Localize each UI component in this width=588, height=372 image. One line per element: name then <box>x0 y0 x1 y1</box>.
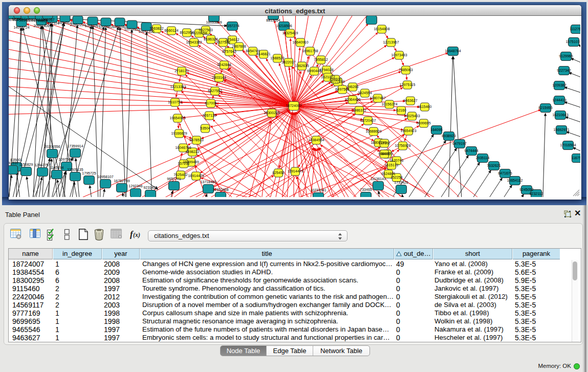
svg-text:8813054: 8813054 <box>266 18 280 22</box>
svg-text:1795725: 1795725 <box>82 171 96 175</box>
svg-text:164095: 164095 <box>430 128 442 132</box>
svg-text:9463627: 9463627 <box>403 99 417 102</box>
svg-text:16640910: 16640910 <box>292 40 308 44</box>
svg-text:16033809: 16033809 <box>206 20 222 24</box>
svg-text:16782759: 16782759 <box>114 179 129 183</box>
svg-text:157231: 157231 <box>178 162 189 165</box>
svg-text:62160: 62160 <box>396 108 406 112</box>
svg-text:18724007: 18724007 <box>286 104 301 107</box>
svg-text:10156274: 10156274 <box>381 102 397 106</box>
svg-text:908405: 908405 <box>378 152 390 156</box>
svg-text:733465: 733465 <box>360 188 372 191</box>
svg-text:8938923: 8938923 <box>442 134 455 138</box>
svg-text:3242848: 3242848 <box>217 63 231 67</box>
svg-text:1145194: 1145194 <box>50 166 64 169</box>
svg-text:10654112: 10654112 <box>507 179 523 182</box>
svg-text:20364436: 20364436 <box>344 98 360 101</box>
svg-text:2754612: 2754612 <box>225 38 239 41</box>
svg-text:12923468: 12923468 <box>212 188 228 191</box>
svg-text:10671355: 10671355 <box>138 30 154 33</box>
svg-text:(x): (x) <box>133 231 140 238</box>
svg-text:1527602: 1527602 <box>99 25 113 29</box>
svg-text:9657771: 9657771 <box>167 177 181 181</box>
svg-text:7625402: 7625402 <box>173 173 187 177</box>
svg-text:4498222: 4498222 <box>185 150 199 154</box>
svg-text:9227342: 9227342 <box>557 69 571 72</box>
svg-text:1733426: 1733426 <box>394 181 408 184</box>
svg-text:6524861: 6524861 <box>381 172 395 176</box>
svg-text:1209387: 1209387 <box>552 83 566 87</box>
svg-text:7357274: 7357274 <box>225 24 239 28</box>
svg-text:2935114: 2935114 <box>476 156 490 160</box>
svg-text:1244419: 1244419 <box>552 98 566 102</box>
svg-text:15692971: 15692971 <box>553 128 569 132</box>
svg-text:53504: 53504 <box>200 126 210 130</box>
svg-text:8427552: 8427552 <box>208 89 222 93</box>
svg-text:23226058: 23226058 <box>191 31 207 35</box>
svg-text:116753: 116753 <box>572 156 580 160</box>
svg-text:1292346: 1292346 <box>128 184 142 188</box>
svg-text:252254: 252254 <box>390 176 402 179</box>
svg-text:1362635: 1362635 <box>295 64 309 68</box>
svg-text:6479197: 6479197 <box>452 142 466 145</box>
svg-text:10719155: 10719155 <box>124 28 140 31</box>
svg-text:7986372: 7986372 <box>352 108 366 112</box>
svg-text:8215955: 8215955 <box>538 106 552 110</box>
svg-text:2718170: 2718170 <box>175 69 188 73</box>
svg-text:16914479: 16914479 <box>188 174 204 178</box>
svg-text:12975115: 12975115 <box>400 83 416 86</box>
svg-text:19166829: 19166829 <box>171 132 187 135</box>
svg-text:3824554: 3824554 <box>358 91 372 95</box>
svg-text:11914479: 11914479 <box>288 169 303 173</box>
svg-text:2803144: 2803144 <box>212 76 226 79</box>
svg-text:19218506: 19218506 <box>276 24 292 28</box>
svg-text:3341057: 3341057 <box>40 18 54 21</box>
svg-text:12505135: 12505135 <box>67 168 83 171</box>
svg-text:8678533: 8678533 <box>189 138 203 142</box>
svg-text:746266: 746266 <box>346 85 358 89</box>
svg-text:7663822: 7663822 <box>149 27 163 30</box>
svg-text:13718485: 13718485 <box>200 180 216 184</box>
svg-text:12213383: 12213383 <box>170 85 186 89</box>
svg-text:9245052: 9245052 <box>519 188 533 191</box>
svg-text:12942757: 12942757 <box>34 163 50 167</box>
svg-text:10975887: 10975887 <box>58 158 74 161</box>
svg-text:7632621: 7632621 <box>487 164 500 167</box>
svg-text:617006: 617006 <box>205 101 216 105</box>
svg-text:10807487: 10807487 <box>369 96 385 100</box>
svg-text:7955812: 7955812 <box>314 58 328 61</box>
svg-text:16154808: 16154808 <box>374 27 389 31</box>
svg-text:19654925: 19654925 <box>169 116 185 120</box>
svg-text:8471676: 8471676 <box>498 171 512 175</box>
svg-text:912162: 912162 <box>378 141 390 145</box>
svg-text:3267130: 3267130 <box>202 114 216 117</box>
svg-text:16210643: 16210643 <box>552 113 568 117</box>
svg-text:9146821: 9146821 <box>256 52 270 56</box>
svg-text:10688609: 10688609 <box>365 129 381 133</box>
svg-text:1156829: 1156829 <box>19 163 33 166</box>
svg-text:9115460: 9115460 <box>418 105 432 108</box>
svg-text:1588520: 1588520 <box>270 56 284 60</box>
svg-text:19384554: 19384554 <box>308 138 324 142</box>
svg-text:8757645: 8757645 <box>222 50 236 53</box>
svg-text:16961758: 16961758 <box>302 49 318 53</box>
svg-text:10973493: 10973493 <box>391 53 407 57</box>
svg-text:19654923: 19654923 <box>400 129 416 133</box>
svg-text:9231455: 9231455 <box>143 186 157 189</box>
svg-text:12213967: 12213967 <box>383 40 399 44</box>
svg-text:10958107: 10958107 <box>97 175 113 179</box>
svg-text:9699695: 9699695 <box>417 121 430 125</box>
svg-text:1610753: 1610753 <box>168 100 182 104</box>
svg-text:7485063: 7485063 <box>399 68 412 72</box>
svg-text:16046766: 16046766 <box>175 146 191 149</box>
svg-text:16648784: 16648784 <box>445 49 461 53</box>
svg-text:11136141: 11136141 <box>371 177 386 181</box>
svg-text:825452: 825452 <box>272 171 284 174</box>
svg-text:10653267: 10653267 <box>84 24 100 28</box>
svg-text:10756928: 10756928 <box>395 144 410 147</box>
svg-text:254600: 254600 <box>329 77 341 81</box>
svg-text:6794028: 6794028 <box>319 68 333 72</box>
svg-text:2867608: 2867608 <box>232 45 246 48</box>
svg-text:9232112: 9232112 <box>530 192 543 195</box>
svg-text:1120746: 1120746 <box>390 159 404 162</box>
